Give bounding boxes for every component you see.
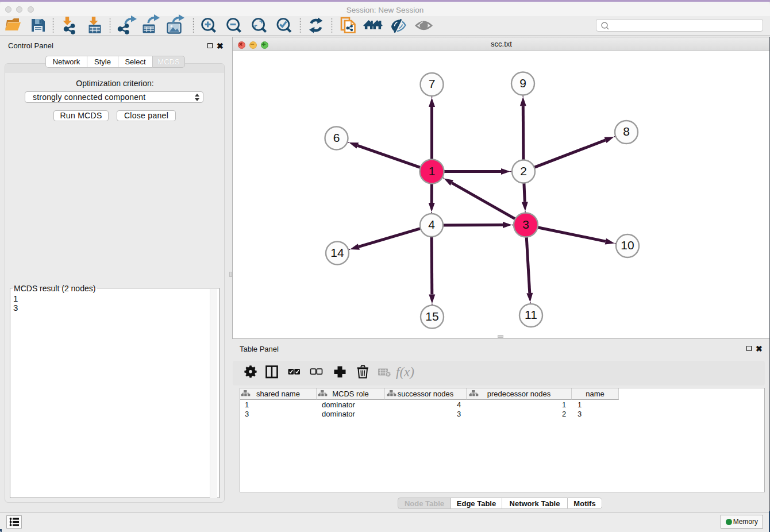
svg-text:14: 14 <box>330 246 344 259</box>
svg-text:4: 4 <box>428 218 435 231</box>
svg-text:7: 7 <box>429 77 436 90</box>
svg-text:2: 2 <box>520 164 527 178</box>
svg-text:9: 9 <box>519 76 526 90</box>
svg-text:15: 15 <box>425 310 438 323</box>
svg-text:1: 1 <box>429 164 436 178</box>
svg-text:10: 10 <box>621 238 634 252</box>
svg-text:6: 6 <box>333 131 340 144</box>
svg-text:8: 8 <box>623 125 630 138</box>
svg-text:11: 11 <box>525 308 537 321</box>
svg-text:3: 3 <box>522 218 529 231</box>
